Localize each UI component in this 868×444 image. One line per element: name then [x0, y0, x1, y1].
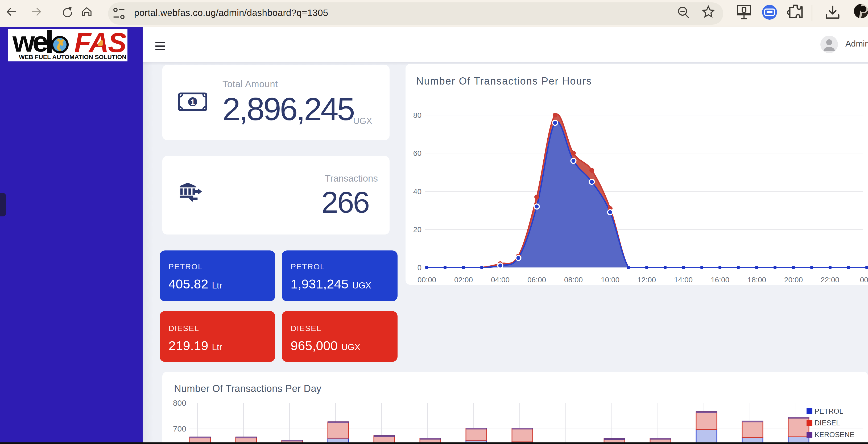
- svg-text:00:0: 00:0: [860, 276, 868, 284]
- svg-text:1: 1: [190, 98, 195, 106]
- svg-text:20:00: 20:00: [784, 276, 803, 284]
- svg-text:22:00: 22:00: [820, 276, 839, 284]
- svg-text:12:00: 12:00: [637, 276, 656, 284]
- svg-text:800: 800: [173, 399, 186, 407]
- svg-text:14:00: 14:00: [674, 276, 693, 284]
- svg-text:04:00: 04:00: [491, 276, 509, 284]
- svg-text:60: 60: [413, 149, 422, 158]
- svg-text:02:00: 02:00: [454, 276, 473, 284]
- svg-text:Number Of Transactions Per Hou: Number Of Transactions Per Hours: [416, 75, 592, 87]
- svg-text:10:00: 10:00: [601, 276, 619, 284]
- svg-text:00:00: 00:00: [417, 276, 436, 284]
- svg-text:WEB FUEL AUTOMATION SOLUTION: WEB FUEL AUTOMATION SOLUTION: [19, 54, 126, 60]
- svg-text:08:00: 08:00: [564, 276, 583, 284]
- svg-text:PETROL: PETROL: [814, 407, 843, 415]
- svg-text:40: 40: [413, 187, 422, 196]
- svg-text:18:00: 18:00: [747, 276, 766, 284]
- svg-text:we: we: [12, 29, 48, 58]
- svg-text:06:00: 06:00: [527, 276, 546, 284]
- svg-text:80: 80: [413, 111, 422, 119]
- svg-text:KEROSENE: KEROSENE: [814, 431, 855, 439]
- svg-text:DIESEL: DIESEL: [814, 419, 840, 427]
- svg-text:700: 700: [173, 424, 186, 433]
- svg-text:16:00: 16:00: [711, 276, 730, 284]
- svg-text:Number Of Transactions Per Day: Number Of Transactions Per Day: [174, 383, 321, 394]
- svg-text:20: 20: [413, 226, 422, 234]
- svg-text:0: 0: [417, 264, 422, 272]
